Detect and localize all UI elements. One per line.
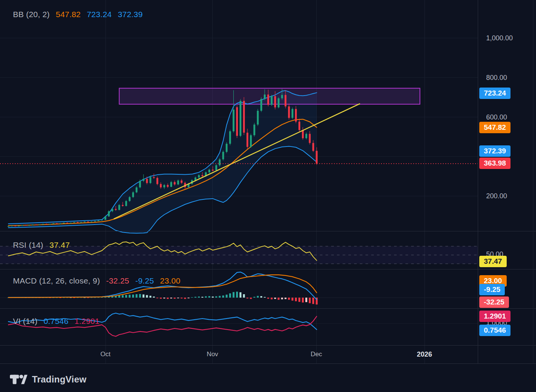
macd-legend-label: MACD (12, 26, close, 9) bbox=[13, 276, 100, 285]
rsi-legend-label: RSI (14) bbox=[13, 241, 43, 250]
bb-indicator-legend[interactable]: BB (20, 2) 547.82 723.24 372.39 bbox=[13, 10, 143, 19]
y-axis-label: 800.00 bbox=[486, 74, 507, 82]
vi-minus-value: 1.2901 bbox=[75, 317, 99, 326]
bb-lower-value: 372.39 bbox=[118, 10, 142, 19]
tradingview-chart-window: BB (20, 2) 547.82 723.24 372.39 RSI (14)… bbox=[0, 0, 536, 392]
y-axis-label: 600.00 bbox=[486, 113, 507, 121]
rsi-value: 37.47 bbox=[49, 241, 70, 250]
vi-indicator-legend[interactable]: VI (14) 0.7546 1.2901 bbox=[13, 317, 99, 326]
price-badge-1.2901: 1.2901 bbox=[479, 311, 510, 322]
macd-signal-value: 23.00 bbox=[160, 276, 180, 285]
price-badge--9.25: -9.25 bbox=[479, 284, 505, 295]
x-axis-label-2026: 2026 bbox=[417, 351, 432, 359]
x-axis-label-oct: Oct bbox=[100, 351, 110, 358]
macd-line-value: -9.25 bbox=[135, 276, 154, 285]
x-axis-label-dec: Dec bbox=[311, 351, 322, 358]
price-badge-723.24: 723.24 bbox=[479, 88, 510, 99]
rsi-indicator-legend[interactable]: RSI (14) 37.47 bbox=[13, 241, 70, 250]
tradingview-logo-icon bbox=[10, 373, 27, 386]
vi-legend-label: VI (14) bbox=[13, 317, 37, 326]
price-badge-37.47: 37.47 bbox=[479, 256, 507, 267]
macd-hist-value: -32.25 bbox=[106, 276, 129, 285]
macd-indicator-legend[interactable]: MACD (12, 26, close, 9) -32.25 -9.25 23.… bbox=[13, 276, 180, 285]
time-scale[interactable]: OctNovDec2026 bbox=[0, 346, 536, 363]
y-axis-label: 1,000.00 bbox=[486, 34, 513, 42]
bb-basis-value: 547.82 bbox=[56, 10, 81, 19]
chart-overlay: BB (20, 2) 547.82 723.24 372.39 RSI (14)… bbox=[0, 0, 536, 392]
price-badge-372.39: 372.39 bbox=[479, 145, 510, 157]
x-axis-label-nov: Nov bbox=[207, 351, 218, 358]
tradingview-logo-link[interactable]: TradingView bbox=[10, 370, 86, 389]
y-axis-label: 200.00 bbox=[486, 192, 507, 200]
price-scale[interactable]: 1,000.00800.00600.00200.0050.001.0000723… bbox=[478, 0, 536, 363]
price-badge-363.98: 363.98 bbox=[479, 158, 510, 169]
brand-name: TradingView bbox=[32, 374, 86, 385]
price-badge-547.82: 547.82 bbox=[479, 122, 510, 133]
bb-upper-value: 723.24 bbox=[87, 10, 112, 19]
price-badge--32.25: -32.25 bbox=[479, 296, 509, 308]
vi-plus-value: 0.7546 bbox=[43, 317, 68, 326]
bb-legend-label: BB (20, 2) bbox=[13, 10, 50, 19]
price-badge-0.7546: 0.7546 bbox=[479, 325, 510, 336]
